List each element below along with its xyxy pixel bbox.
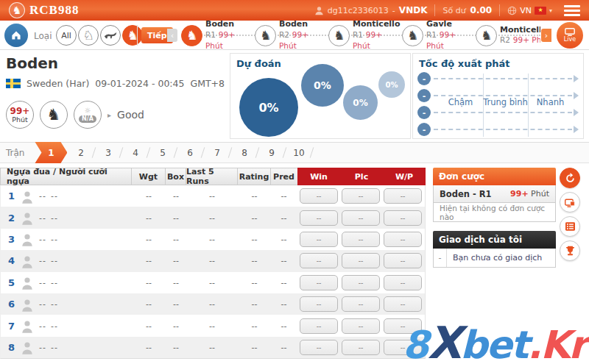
prediction-bubble: 0%: [239, 78, 298, 137]
table-row: 4 -- -- -- -- -- -- -- --: [1, 250, 425, 271]
transactions-empty-message: Bạn chưa có giao dịch: [447, 249, 548, 267]
brand-logo[interactable]: ♞ RCB988: [9, 2, 79, 18]
plc-odds-button[interactable]: --: [342, 296, 380, 312]
filter-harness-icon[interactable]: ♞: [122, 25, 143, 46]
race-number-tab[interactable]: 6: [176, 142, 203, 163]
results-list-button[interactable]: [560, 216, 580, 237]
win-odds-button[interactable]: --: [300, 232, 338, 247]
runner-name: --: [39, 213, 46, 223]
jockey-name: --: [51, 256, 58, 265]
type-label: Loại: [34, 31, 52, 41]
lane-arrowhead-icon: [574, 109, 579, 116]
win-odds-button[interactable]: --: [300, 318, 338, 334]
list-icon: [565, 222, 575, 231]
race-nav-item[interactable]: ♞ Boden R1 99+ Phút: [181, 21, 255, 50]
divider: [137, 25, 138, 46]
win-odds-button[interactable]: --: [300, 188, 338, 204]
col-header-box: Box: [166, 168, 186, 185]
race-nav-item[interactable]: ♞ Monticello R2 99+ Ph: [476, 21, 540, 50]
going-arrow-icon: ▸: [107, 111, 111, 119]
plc-odds-button[interactable]: --: [342, 340, 380, 355]
wp-odds-button[interactable]: --: [384, 232, 422, 247]
filter-all-button[interactable]: All: [56, 25, 77, 46]
refresh-icon: [565, 173, 576, 184]
plc-odds-button[interactable]: --: [342, 275, 380, 290]
race-number-tab[interactable]: 3: [94, 142, 121, 163]
race-nav-item[interactable]: ♞ Gavle R1 99+ Phút: [402, 21, 476, 50]
plc-odds-button[interactable]: --: [342, 253, 380, 268]
plc-odds-button[interactable]: --: [342, 318, 380, 334]
race-number-tab[interactable]: 2: [67, 142, 94, 163]
zone-label-slow: Chậm: [438, 97, 483, 107]
bet-columns-header: Win Plc W/P: [297, 168, 426, 185]
race-nav-item[interactable]: ♞ Boden R2 99+ Phút: [255, 21, 328, 50]
race-venue: Boden: [279, 21, 328, 29]
race-nav-item[interactable]: ♞ Monticello R1 99+ Phút: [328, 21, 402, 50]
race-number-tab[interactable]: 9: [258, 142, 285, 163]
runner-box: --: [166, 235, 186, 244]
race-number-tab[interactable]: 10: [285, 142, 312, 163]
wp-odds-button[interactable]: --: [384, 318, 422, 334]
race-number-tab[interactable]: 4: [121, 142, 149, 163]
win-odds-button[interactable]: --: [300, 296, 338, 312]
language-selector[interactable]: VN ★ ▾: [507, 6, 552, 15]
hamburger-menu-icon[interactable]: [564, 5, 580, 16]
win-odds-button[interactable]: --: [300, 253, 338, 268]
wp-odds-button[interactable]: --: [384, 210, 422, 226]
plc-odds-button[interactable]: --: [342, 210, 380, 226]
win-odds-button[interactable]: --: [300, 275, 338, 290]
race-number: R1: [205, 30, 216, 39]
currency-code: VNDK: [399, 5, 428, 15]
zone-label-fast: Nhanh: [528, 97, 573, 107]
filter-horse-racing-icon[interactable]: ♘: [78, 25, 99, 46]
side-tool-icons: [557, 168, 582, 261]
plc-odds-button[interactable]: --: [342, 232, 380, 247]
race-title: Boden: [6, 54, 225, 72]
home-button[interactable]: [4, 24, 28, 47]
weather-status: N/A: [79, 115, 96, 123]
table-header: Ngựa đua / Người cưỡi ngựa Wgt Box Last …: [0, 168, 426, 185]
harness-horse-icon: ♞: [255, 25, 276, 46]
table-row: 7 -- -- -- -- -- -- -- --: [1, 315, 425, 336]
race-number-tab[interactable]: 8: [230, 142, 258, 163]
wp-odds-button[interactable]: --: [384, 296, 422, 312]
scroll-right-icon[interactable]: ›: [541, 29, 551, 42]
race-number-tabstrip: Trận 1 2 3 4 5 6 7 8 9 10: [0, 142, 589, 163]
wp-odds-button[interactable]: --: [384, 275, 422, 290]
start-speed-panel: Tốc độ xuất phát -: [412, 53, 584, 139]
runner-weight: --: [132, 278, 166, 288]
caret-down-icon: ▾: [549, 7, 552, 14]
leaderboard-button[interactable]: [560, 240, 580, 261]
tv-icon: [565, 28, 575, 36]
col-header-wgt: Wgt: [132, 168, 166, 185]
runner-last5: --: [186, 343, 238, 352]
live-video-button[interactable]: [560, 192, 580, 213]
runner-pred: --: [271, 235, 297, 244]
wp-odds-button[interactable]: --: [384, 188, 422, 204]
runner-last5: --: [186, 213, 238, 223]
wp-odds-button[interactable]: --: [384, 340, 422, 355]
race-number-tab[interactable]: 5: [149, 142, 176, 163]
speed-lane: -: [417, 72, 579, 85]
win-odds-button[interactable]: --: [300, 340, 338, 355]
plc-odds-button[interactable]: --: [342, 188, 380, 204]
live-button[interactable]: Live: [557, 22, 583, 49]
filter-greyhound-icon[interactable]: [100, 25, 121, 46]
scroll-left-icon[interactable]: ‹: [167, 29, 177, 42]
win-odds-button[interactable]: --: [300, 210, 338, 226]
jockey-avatar-icon: [21, 297, 35, 312]
user-account[interactable]: dg11c2336013 - VNDK: [314, 5, 428, 15]
col-header-win: Win: [297, 168, 340, 185]
runner-name: --: [39, 299, 46, 309]
jockey-avatar-icon: [21, 232, 35, 246]
wp-odds-button[interactable]: --: [384, 253, 422, 268]
race-number-tab[interactable]: 1: [35, 142, 67, 163]
refresh-button[interactable]: [560, 168, 580, 188]
weather-badge: ☼ N/A: [74, 101, 102, 129]
vietnam-flag-icon: ★: [535, 7, 546, 15]
race-number-tab[interactable]: 7: [203, 142, 230, 163]
top-header: ♞ RCB988 dg11c2336013 - VNDK Số dư 0.00 …: [0, 0, 589, 21]
runner-weight: --: [132, 235, 166, 244]
runner-rating: --: [238, 213, 271, 223]
lane-arrowhead-icon: [574, 92, 579, 99]
